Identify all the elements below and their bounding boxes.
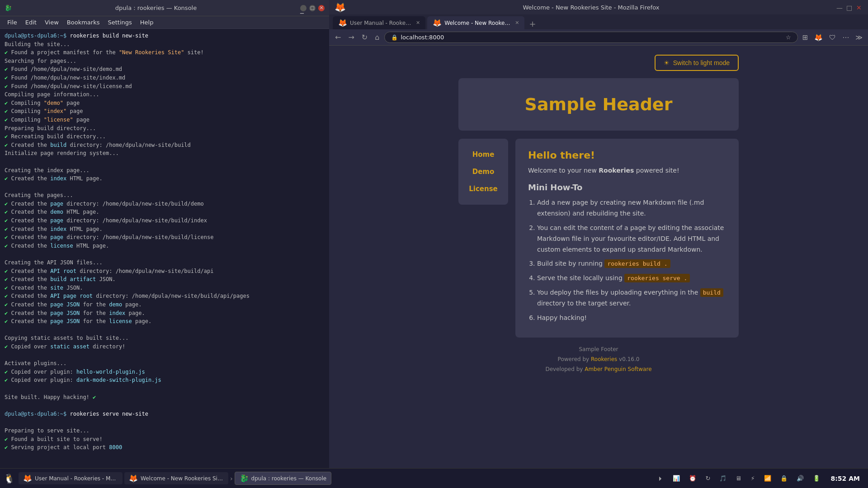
menu-settings[interactable]: Settings	[104, 18, 135, 27]
menu-help[interactable]: Help	[137, 18, 157, 27]
close-icon[interactable]: ✕	[856, 4, 863, 10]
lock-icon: 🔒	[391, 34, 398, 41]
terminal-line: Site built. Happy hacking! ✔	[5, 393, 325, 402]
terminal-line: Searching for pages...	[5, 57, 325, 66]
terminal-line: ✔ Created the license HTML page.	[5, 242, 325, 250]
minimize-icon[interactable]: —	[836, 4, 843, 10]
terminal-line: ✔ Copied over plugin: hello-world-plugin…	[5, 368, 325, 376]
start-icon[interactable]: 🐧	[4, 473, 15, 484]
tab-user-manual[interactable]: 🦊 User Manual - Rookeries - Mozill... ✕	[333, 16, 425, 29]
terminal-line: Copying static assets to built site...	[5, 334, 325, 343]
terminal-line: ✔ Created the page JSON for the license …	[5, 317, 325, 326]
list-item: You can edit the content of a page by ed…	[537, 223, 726, 255]
display-icon[interactable]: 🖥	[733, 474, 744, 483]
media-control-icon[interactable]: ⏵	[655, 474, 666, 483]
system-monitor-icon[interactable]: 📊	[670, 474, 683, 483]
tab-rookeries-site[interactable]: 🦊 Welcome - New Rookeries Site - Mo... ✕	[427, 16, 524, 29]
music-icon[interactable]: 🎵	[717, 474, 729, 483]
maximize-icon[interactable]: □	[309, 5, 316, 11]
app-label: User Manual - Rookeries - Mozilla Fi...	[35, 475, 118, 482]
close-icon[interactable]: ✕	[318, 5, 325, 11]
code-rookeries-serve: rookeries serve .	[624, 274, 690, 282]
terminal-line: ✔ Created the build directory: /home/dpu…	[5, 141, 325, 150]
terminal-line: Creating the API JSON files...	[5, 258, 325, 267]
network-icon[interactable]: 📶	[761, 474, 774, 483]
code-rookeries-build: rookeries build .	[604, 259, 670, 268]
home-button[interactable]: ⌂	[373, 32, 382, 42]
footer-line2: Powered by Rookeries v0.16.0	[458, 355, 739, 365]
volume-icon[interactable]: 🔊	[794, 474, 807, 483]
bluetooth-icon[interactable]: ⚡	[748, 474, 757, 483]
terminal-line: ✔ Compiling "index" page	[5, 107, 325, 116]
site-wrapper: ☀ Switch to light mode Sample Header Hom…	[458, 55, 739, 374]
taskbar: 🐧 🦊 User Manual - Rookeries - Mozilla Fi…	[0, 468, 868, 488]
terminal-line: ✔ Created the API page root directory: /…	[5, 292, 325, 300]
app-label: Welcome - New Rookeries Site - Moz...	[141, 475, 224, 482]
terminal-content[interactable]: dpula@pts-dpula6:~$ rookeries build new-…	[0, 29, 329, 476]
extensions-icon[interactable]: ⊞	[801, 33, 810, 42]
taskbar-app-firefox2[interactable]: 🦊 Welcome - New Rookeries Site - Moz...	[124, 472, 228, 484]
footer-line3: Developed by Amber Penguin Software	[458, 365, 739, 375]
bookmark-icon[interactable]: ☆	[786, 34, 791, 41]
terminal-line: ✔ Created the page directory: /home/dpul…	[5, 233, 325, 242]
nav-home[interactable]: Home	[458, 146, 508, 163]
back-button[interactable]: ←	[333, 32, 343, 42]
minimize-icon[interactable]: _	[300, 5, 307, 11]
browser-content[interactable]: ☀ Switch to light mode Sample Header Hom…	[329, 46, 868, 488]
terminal-line: ✔ Created the page directory: /home/dpul…	[5, 200, 325, 208]
footer-amber-link[interactable]: Amber Penguin Software	[585, 366, 651, 372]
mini-how-to-heading: Mini How-To	[528, 183, 726, 192]
hello-heading: Hello there!	[528, 150, 726, 161]
taskbar-app-firefox1[interactable]: 🦊 User Manual - Rookeries - Mozilla Fi..…	[19, 472, 123, 484]
firefox-icon[interactable]: 🦊	[812, 33, 825, 42]
brand-name: Rookeries	[599, 167, 634, 174]
new-tab-button[interactable]: +	[526, 18, 538, 29]
terminal-line: ✔ Compiling "demo" page	[5, 99, 325, 108]
overflow-apps-icon[interactable]: ›	[230, 475, 233, 482]
terminal-line: ✔ Created the index HTML page.	[5, 174, 325, 183]
app-icon: 🦊	[129, 474, 138, 483]
site-body: Home Demo License Hello there! Welcome t…	[458, 139, 739, 338]
terminal-line: ✔ Recreating build directory...	[5, 132, 325, 141]
update-icon[interactable]: ↻	[703, 474, 713, 483]
menu-view[interactable]: View	[41, 18, 62, 27]
lock-icon[interactable]: 🔒	[778, 474, 790, 483]
welcome-paragraph: Welcome to your new Rookeries powered si…	[528, 165, 726, 175]
site-nav: Home Demo License	[458, 139, 508, 205]
menu-file[interactable]: File	[4, 18, 21, 27]
nav-demo[interactable]: Demo	[458, 163, 508, 180]
terminal-line: ✔ Created the build artifact JSON.	[5, 275, 325, 284]
list-item: Add a new page by creating new Markdown …	[537, 197, 726, 219]
list-item: Happy hacking!	[537, 313, 726, 324]
terminal-line: dpula@pts-dpula6:~$ rookeries serve new-…	[5, 410, 325, 418]
terminal-line: ✔ Serving project at local port 8000	[5, 443, 325, 452]
tab-close-icon[interactable]: ✕	[416, 20, 420, 26]
list-item: You deploy the files by uploading everyt…	[537, 287, 726, 309]
reload-button[interactable]: ↻	[359, 32, 370, 42]
more-tools-icon[interactable]: ⋯	[840, 33, 851, 42]
expand-icon[interactable]: ≫	[854, 33, 864, 42]
tab-user-manual-label: User Manual - Rookeries - Mozill...	[350, 20, 413, 26]
battery-icon[interactable]: 🔋	[810, 474, 823, 483]
code-build-dir: build	[700, 288, 723, 297]
menu-edit[interactable]: Edit	[22, 18, 40, 27]
shield-icon[interactable]: 🛡	[827, 33, 838, 42]
footer-line1: Sample Footer	[458, 345, 739, 355]
list-item: Build site by running rookeries build .	[537, 258, 726, 269]
terminal-line: ✔ Created the page JSON for the index pa…	[5, 309, 325, 318]
nav-license[interactable]: License	[458, 180, 508, 197]
footer-rookeries-link[interactable]: Rookeries	[591, 356, 617, 362]
taskbar-app-konsole[interactable]: 🐉 dpula : rookeries — Konsole	[235, 472, 332, 485]
tab-close-icon[interactable]: ✕	[515, 20, 519, 26]
maximize-icon[interactable]: □	[846, 4, 853, 10]
clock-icon[interactable]: ⏰	[686, 474, 699, 483]
prompt-1: dpula@pts-dpula6:~$	[5, 33, 66, 39]
forward-button[interactable]: →	[346, 32, 356, 42]
terminal-line: ✔ Found /home/dpula/new-site/index.md	[5, 74, 325, 82]
switch-to-light-mode-button[interactable]: ☀ Switch to light mode	[655, 55, 739, 71]
terminal-panel: 🐉 dpula : rookeries — Konsole _ □ ✕ File…	[0, 0, 329, 488]
terminal-line: Compiling page information...	[5, 90, 325, 99]
terminal-line: Preparing to serve site...	[5, 427, 325, 435]
url-bar[interactable]: 🔒 localhost:8000 ☆	[384, 32, 797, 43]
menu-bookmarks[interactable]: Bookmarks	[63, 18, 104, 27]
